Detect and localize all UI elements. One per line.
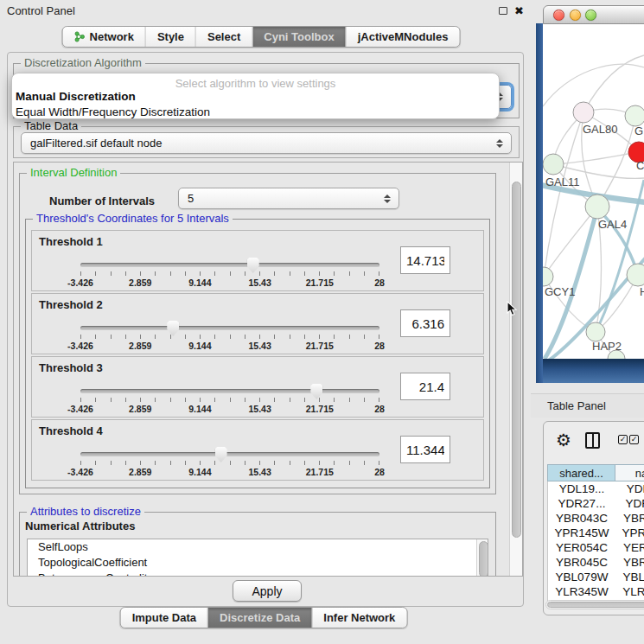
slider-track[interactable]: [80, 452, 379, 456]
slider-tick-labels: -3.4262.8599.14415.4321.71528: [80, 277, 379, 289]
settings-scrollbar[interactable]: [509, 163, 522, 576]
tick-mark: [214, 271, 215, 276]
scrollbar-thumb[interactable]: [479, 541, 488, 577]
table-cell[interactable]: YER054C: [615, 540, 644, 555]
threshold-value-field[interactable]: [400, 309, 450, 337]
table-cell[interactable]: YBR043C: [615, 511, 644, 526]
table-row[interactable]: YLR345WYLR345W: [548, 584, 644, 599]
table-panel-titlebar: Table Panel: [531, 393, 644, 418]
tab-cyni-toolbox[interactable]: Cyni Toolbox: [252, 27, 346, 47]
tab-infer-network[interactable]: Infer Network: [312, 608, 406, 628]
column-header-name[interactable]: name: [615, 465, 644, 481]
bottom-tab-bar: Impute Data Discretize Data Infer Networ…: [120, 607, 408, 628]
table-cell[interactable]: YBR043C: [548, 511, 615, 526]
table-cell[interactable]: YDR27...: [548, 496, 615, 511]
table-row[interactable]: YBL079WYBL079W: [548, 570, 644, 584]
tab-select[interactable]: Select: [196, 27, 252, 47]
table-row[interactable]: YPR145WYPR145W: [548, 526, 644, 540]
checkbox-icon[interactable]: ✓: [618, 435, 628, 444]
tick-label: 15.43: [248, 404, 271, 414]
attributes-group: Attributes to discretize Numerical Attri…: [19, 512, 496, 577]
threshold-label: Threshold 2: [39, 298, 103, 311]
network-canvas[interactable]: GAL80 G C GAL11 GAL4 GCY1 H HAP2: [543, 24, 644, 359]
scrollbar-thumb[interactable]: [512, 182, 521, 538]
table-hscrollbar[interactable]: [545, 600, 644, 609]
zoom-traffic-light-icon[interactable]: [585, 10, 596, 21]
checkbox-icon[interactable]: ✓: [629, 435, 639, 444]
tick-mark: [214, 461, 215, 465]
dropdown-option-manual[interactable]: Manual Discretization: [16, 90, 136, 103]
columns-icon[interactable]: [585, 432, 600, 449]
group-title: Attributes to discretize: [27, 506, 144, 518]
list-scrollbar[interactable]: [476, 539, 488, 577]
dropdown-option-equal-width[interactable]: Equal Width/Frequency Discretization: [16, 105, 210, 118]
tick-mark: [290, 461, 290, 465]
table-cell[interactable]: YLR345W: [615, 584, 644, 599]
tab-network[interactable]: Network: [63, 27, 146, 47]
table-cell[interactable]: YLR345W: [548, 584, 615, 599]
network-window-titlebar[interactable]: [543, 5, 644, 24]
tick-mark: [80, 271, 81, 276]
slider-ticks: [80, 335, 379, 341]
gear-icon[interactable]: ⚙: [556, 430, 571, 450]
tab-label: Cyni Toolbox: [264, 30, 334, 43]
apply-button[interactable]: Apply: [233, 580, 302, 602]
tick-mark: [364, 335, 365, 339]
tick-mark: [214, 335, 215, 339]
tick-mark: [185, 398, 186, 402]
cyni-toolbox-panel: Discretization Algorithm Table Data galF…: [7, 52, 524, 607]
table-cell[interactable]: YER054C: [548, 540, 615, 555]
table-cell[interactable]: YDR27...: [615, 496, 644, 511]
table-row[interactable]: YBR043CYBR043C: [548, 511, 644, 526]
tick-label: 9.144: [188, 341, 211, 351]
tab-impute-data[interactable]: Impute Data: [121, 608, 208, 628]
minimize-traffic-light-icon[interactable]: [570, 10, 581, 21]
table-cell[interactable]: YBL079W: [615, 570, 644, 584]
threshold-4-box: Threshold 4 -3.4262.8599.14415.4321.7152…: [31, 419, 484, 481]
close-traffic-light-icon[interactable]: [553, 10, 564, 21]
tick-mark: [290, 335, 290, 339]
tab-discretize-data[interactable]: Discretize Data: [208, 608, 312, 628]
number-of-intervals-combobox[interactable]: 5: [178, 188, 399, 209]
tick-mark: [259, 335, 260, 339]
table-cell[interactable]: YBL079W: [548, 570, 615, 584]
slider-track[interactable]: [80, 263, 379, 267]
tab-style[interactable]: Style: [146, 27, 196, 47]
tick-mark: [349, 398, 350, 402]
table-row[interactable]: YBR045CYBR045C: [548, 555, 644, 570]
column-header-shared-name[interactable]: shared...: [548, 465, 615, 481]
threshold-value-field[interactable]: [400, 436, 450, 463]
node-label: GAL80: [583, 123, 617, 136]
scrollbar-thumb[interactable]: [547, 602, 644, 608]
threshold-2-box: Threshold 2 -3.4262.8599.14415.4321.7152…: [31, 293, 484, 354]
table-row[interactable]: YER054CYER054C: [548, 540, 644, 555]
table-cell[interactable]: YDL19...: [615, 481, 644, 496]
node-label: H: [640, 285, 644, 298]
tab-jactivemnodules[interactable]: jActiveMNodules: [347, 27, 460, 47]
close-icon[interactable]: ✖: [514, 5, 524, 16]
list-item[interactable]: SelfLoops: [28, 539, 488, 555]
table-row[interactable]: YDR27...YDR27...: [548, 496, 644, 511]
threshold-value-field[interactable]: [400, 373, 450, 400]
table-header: shared... name: [547, 464, 644, 481]
tick-mark: [111, 335, 112, 339]
table-cell[interactable]: YBR045C: [548, 555, 615, 570]
table-row[interactable]: YDL19...YDL19...: [548, 481, 644, 496]
tick-mark: [95, 398, 96, 402]
table-cell[interactable]: YBR045C: [615, 555, 644, 570]
threshold-value-field[interactable]: [400, 246, 450, 274]
tick-mark: [379, 271, 379, 276]
list-item[interactable]: BetweennessCentrality: [28, 571, 488, 577]
table-data-combobox[interactable]: galFiltered.sif default node: [21, 132, 512, 154]
float-window-icon[interactable]: [499, 7, 507, 15]
list-item[interactable]: TopologicalCoefficient: [28, 555, 488, 571]
slider-track[interactable]: [80, 389, 379, 393]
table-cell[interactable]: YPR145W: [548, 526, 615, 540]
dropdown-placeholder: Select algorithm to view settings: [12, 77, 499, 90]
table-cell[interactable]: YPR145W: [615, 526, 644, 540]
slider-track[interactable]: [80, 326, 379, 330]
tick-mark: [364, 271, 365, 276]
tick-mark: [125, 335, 126, 339]
tick-mark: [259, 271, 260, 276]
table-cell[interactable]: YDL19...: [548, 481, 615, 496]
